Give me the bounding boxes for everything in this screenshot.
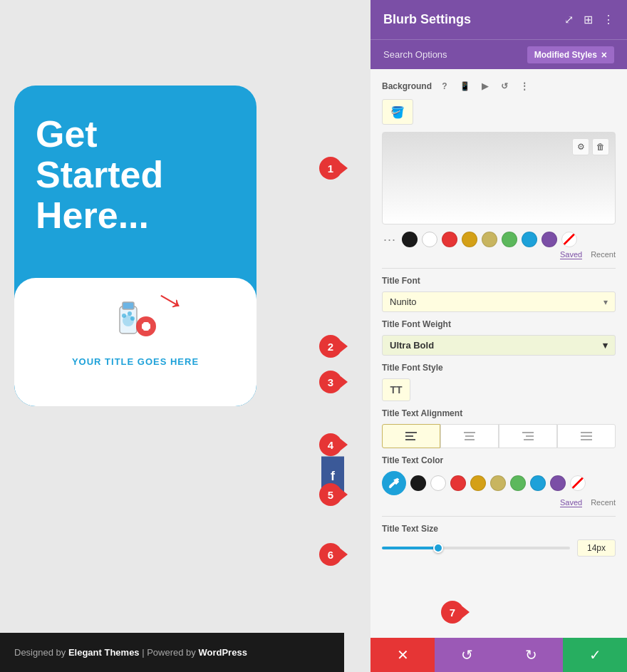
undo-button[interactable]: ↺ [435, 638, 499, 672]
swatch-red[interactable] [442, 232, 457, 247]
badge-6: 6 [319, 543, 342, 566]
svg-rect-12 [464, 432, 475, 433]
size-slider-value[interactable]: 14px [577, 539, 616, 557]
gear-icon: ⚙ [577, 142, 585, 152]
title-text-size-row: 14px [382, 539, 616, 557]
modified-styles-badge[interactable]: Modified Styles × [527, 46, 614, 63]
color-swatch-black[interactable] [410, 475, 426, 491]
recent-label[interactable]: Recent [591, 250, 616, 259]
blurb-card: Get Started Here... [14, 86, 256, 406]
cancel-button[interactable]: ✕ [370, 638, 435, 672]
font-weight-arrow: ▾ [603, 340, 608, 351]
swatch-white[interactable] [422, 232, 437, 247]
panel-content: Background ? 📱 ▶ ↺ ⋮ 🪣 ⚙ 🗑 ··· [370, 69, 627, 638]
title-font-style-label: Title Font Style [382, 363, 616, 373]
color-saved-label[interactable]: Saved [560, 498, 582, 507]
badge-2: 2 [319, 335, 342, 358]
search-bar: Search Options Modified Styles × [370, 39, 627, 69]
background-help-icon[interactable]: ? [437, 79, 452, 93]
footer-bar: Designed by Elegant Themes | Powered by … [0, 633, 344, 672]
background-reset-icon[interactable]: ↺ [497, 79, 512, 93]
svg-rect-13 [465, 435, 474, 437]
more-options-icon[interactable]: ⋮ [603, 13, 614, 26]
confirm-button[interactable]: ✓ [563, 638, 627, 672]
redo-button[interactable]: ↻ [499, 638, 563, 672]
title-font-selector[interactable]: Nunito ▾ [382, 291, 616, 312]
color-swatch-blue[interactable] [530, 475, 546, 491]
saved-label[interactable]: Saved [560, 250, 582, 259]
title-font-weight-selector[interactable]: Ultra Bold ▾ [382, 335, 616, 356]
divider-2 [382, 516, 616, 517]
align-center-button[interactable] [440, 424, 499, 448]
color-swatch-orange[interactable] [470, 475, 486, 491]
color-swatch-red[interactable] [450, 475, 466, 491]
svg-rect-15 [522, 432, 534, 433]
badge-1: 1 [319, 157, 342, 180]
panel-footer: ✕ ↺ ↻ ✓ [370, 638, 627, 672]
panel-title: Blurb Settings [383, 12, 471, 27]
swatch-orange[interactable] [462, 232, 477, 247]
svg-rect-18 [581, 432, 592, 433]
title-font-label: Title Font [382, 276, 616, 286]
title-text-size-label: Title Text Size [382, 524, 616, 534]
size-slider-thumb[interactable] [433, 543, 443, 553]
font-dropdown-arrow: ▾ [603, 297, 608, 307]
gradient-gear-button[interactable]: ⚙ [572, 138, 589, 155]
preview-area: Get Started Here... [0, 0, 344, 672]
redo-icon: ↻ [525, 646, 537, 663]
background-swatches-row: ··· [382, 232, 616, 247]
svg-rect-14 [465, 439, 475, 440]
title-font-style-tt-button[interactable]: TT [382, 378, 410, 401]
color-swatch-green[interactable] [510, 475, 526, 491]
color-swatch-purple[interactable] [550, 475, 566, 491]
swatch-green[interactable] [502, 232, 517, 247]
svg-rect-17 [524, 439, 534, 440]
gradient-trash-button[interactable]: 🗑 [592, 138, 609, 155]
trash-icon: 🗑 [596, 142, 605, 152]
confirm-icon: ✓ [589, 646, 601, 663]
background-more-icon[interactable]: ⋮ [517, 79, 532, 93]
footer-text: Designed by Elegant Themes | Powered by … [14, 647, 247, 658]
swatch-none[interactable] [561, 232, 577, 247]
svg-rect-20 [581, 439, 592, 440]
align-right-button[interactable] [499, 424, 557, 448]
title-font-weight-label: Title Font Weight [382, 319, 616, 329]
background-cursor-icon[interactable]: ▶ [477, 79, 492, 93]
align-left-button[interactable] [382, 424, 440, 448]
badge-3: 3 [319, 371, 342, 393]
color-swatch-none[interactable] [570, 475, 586, 491]
swatch-yellow[interactable] [482, 232, 497, 247]
background-section-label: Background ? 📱 ▶ ↺ ⋮ [382, 79, 616, 93]
color-swatch-labels: Saved Recent [382, 498, 616, 507]
svg-rect-10 [405, 435, 413, 437]
swatch-black[interactable] [402, 232, 418, 247]
blurb-subtitle: YOUR TITLE GOES HERE [72, 356, 199, 367]
modified-styles-label: Modified Styles [534, 50, 597, 60]
badge-5: 5 [319, 483, 342, 506]
svg-rect-19 [581, 435, 592, 437]
align-justify-button[interactable] [557, 424, 616, 448]
columns-icon[interactable]: ⊞ [584, 13, 593, 26]
background-color-button[interactable]: 🪣 [382, 99, 413, 125]
svg-rect-16 [526, 435, 534, 437]
color-swatch-yellow[interactable] [490, 475, 506, 491]
modified-styles-close[interactable]: × [601, 49, 607, 61]
swatch-blue[interactable] [522, 232, 537, 247]
blurb-headline: Get Started Here... [14, 86, 256, 251]
size-slider-track[interactable] [382, 547, 570, 549]
color-recent-label[interactable]: Recent [591, 498, 616, 507]
background-mobile-icon[interactable]: 📱 [457, 79, 472, 93]
svg-point-7 [128, 311, 132, 316]
badge-4: 4 [319, 433, 342, 456]
more-swatches-button[interactable]: ··· [382, 232, 398, 247]
badge-7: 7 [441, 601, 464, 624]
svg-rect-1 [123, 302, 134, 309]
font-value: Nunito [390, 296, 417, 307]
panel-header: Blurb Settings ⤢ ⊞ ⋮ [370, 0, 627, 39]
eyedropper-button[interactable] [382, 471, 406, 495]
expand-icon[interactable]: ⤢ [564, 13, 574, 26]
svg-point-6 [122, 314, 126, 318]
color-swatch-white[interactable] [430, 475, 446, 491]
settings-panel: Blurb Settings ⤢ ⊞ ⋮ Search Options Modi… [370, 0, 627, 672]
swatch-purple[interactable] [542, 232, 557, 247]
